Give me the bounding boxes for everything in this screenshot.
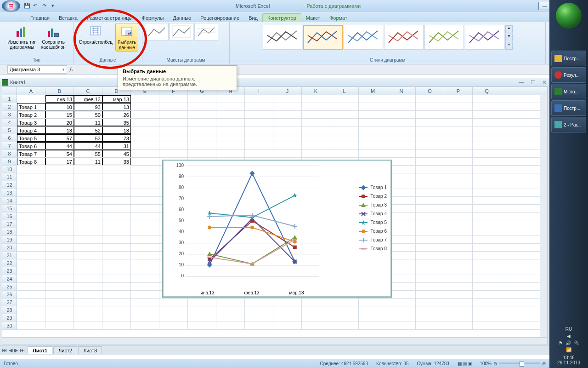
legend-item[interactable]: Товар 7 bbox=[359, 236, 387, 244]
sheet-tab-3[interactable]: Лист3 bbox=[78, 346, 102, 354]
col-M[interactable]: M bbox=[359, 87, 387, 95]
undo-icon[interactable]: ↶ bbox=[33, 3, 40, 9]
legend-item[interactable]: Товар 1 bbox=[359, 183, 387, 192]
row-7[interactable]: 7Товар 6444431 bbox=[2, 142, 540, 150]
tab-review[interactable]: Рецензирование bbox=[196, 14, 244, 22]
view-buttons[interactable]: ▦ ▤ ▣ bbox=[458, 361, 473, 366]
horizontal-scrollbar[interactable] bbox=[2, 337, 547, 345]
legend-item[interactable]: Товар 3 bbox=[359, 201, 387, 209]
row-29[interactable]: 29 bbox=[2, 314, 540, 322]
col-A[interactable]: A bbox=[17, 87, 45, 95]
chart-legend[interactable]: Товар 1Товар 2Товар 3Товар 4Товар 5Товар… bbox=[359, 183, 387, 253]
style-2[interactable] bbox=[303, 25, 343, 50]
layout-preset-3[interactable] bbox=[194, 23, 218, 40]
sheet-tab-1[interactable]: Лист1 bbox=[28, 346, 52, 354]
legend-item[interactable]: Товар 2 bbox=[359, 192, 387, 201]
layout-preset-1[interactable] bbox=[145, 23, 169, 40]
system-tray[interactable]: RU ◀ ⚑🔊🔌 📶 13:46 26.11.2013 bbox=[549, 327, 588, 365]
worksheet[interactable]: A B C D E F G H I J K L M N O P Q 1янв.1… bbox=[2, 86, 548, 345]
taskbar-item-5[interactable]: 2 - Pai... bbox=[551, 117, 586, 132]
style-6[interactable] bbox=[465, 25, 504, 50]
tray-lang[interactable]: RU bbox=[549, 327, 588, 332]
tab-design[interactable]: Конструктор bbox=[262, 13, 301, 22]
row-6[interactable]: 6Товар 5575373 bbox=[2, 134, 540, 142]
row-8[interactable]: 8Товар 7545545 bbox=[2, 150, 540, 158]
tab-format[interactable]: Формат bbox=[325, 14, 352, 22]
styles-scroll[interactable]: ▴▾▾ bbox=[505, 25, 513, 50]
col-P[interactable]: P bbox=[444, 87, 473, 95]
chart-tools-title: Работа с диаграммами bbox=[306, 3, 361, 9]
redo-icon[interactable]: ↷ bbox=[42, 3, 49, 9]
switch-row-col-button[interactable]: Строка/столбец bbox=[77, 23, 114, 52]
vertical-scrollbar[interactable] bbox=[540, 95, 547, 337]
start-button[interactable] bbox=[556, 3, 582, 29]
row-1[interactable]: 1янв.13фев.13мар.13 bbox=[2, 95, 540, 103]
legend-item[interactable]: Товар 4 bbox=[359, 209, 387, 218]
taskbar-item-1[interactable]: Постр... bbox=[551, 51, 586, 66]
name-box[interactable]: Диаграмма 3 bbox=[7, 65, 67, 74]
style-3[interactable] bbox=[344, 25, 383, 50]
save-template-button[interactable]: Сохранить как шаблон bbox=[40, 23, 68, 51]
select-data-button[interactable]: Выбрать данные bbox=[115, 23, 138, 52]
wb-close-icon[interactable]: ✕ bbox=[542, 79, 547, 86]
zoom-control[interactable]: 100%⊖⊕ bbox=[480, 361, 546, 366]
col-I[interactable]: I bbox=[245, 87, 273, 95]
office-button[interactable]: ⊞ bbox=[2, 0, 20, 12]
legend-item[interactable]: Товар 5 bbox=[359, 218, 387, 227]
tab-data[interactable]: Данные bbox=[168, 14, 196, 22]
tab-home[interactable]: Главная bbox=[26, 14, 54, 22]
sheet-tab-nav[interactable]: ⏮◀▶⏭ bbox=[0, 347, 27, 353]
select-data-tooltip: Выбрать данные Изменение диапазона данны… bbox=[118, 65, 237, 90]
qat-dropdown-icon[interactable]: ▾ bbox=[51, 3, 58, 9]
col-L[interactable]: L bbox=[330, 87, 359, 95]
row-3[interactable]: 3Товар 2155026 bbox=[2, 111, 540, 119]
row-2[interactable]: 2Товар 1109313 bbox=[2, 103, 540, 111]
legend-item[interactable]: Товар 6 bbox=[359, 227, 387, 236]
quick-access-toolbar[interactable]: 💾 ↶ ↷ ▾ bbox=[24, 3, 58, 9]
col-K[interactable]: K bbox=[302, 87, 330, 95]
col-J[interactable]: J bbox=[273, 87, 302, 95]
style-1[interactable] bbox=[263, 25, 302, 50]
tab-layout[interactable]: Макет bbox=[301, 14, 325, 22]
fx-icon[interactable]: 𝑓ₓ bbox=[70, 66, 74, 72]
chart-plot-area[interactable]: 0102030405060708090100 bbox=[186, 166, 319, 276]
workbook-titlebar[interactable]: Книга1 —☐✕ bbox=[0, 78, 549, 86]
svg-rect-22 bbox=[293, 246, 297, 249]
col-Q[interactable]: Q bbox=[473, 87, 501, 95]
tray-arrow-icon[interactable]: ◀ bbox=[567, 334, 571, 339]
style-4[interactable] bbox=[384, 25, 424, 50]
tab-page-layout[interactable]: Разметка страницы bbox=[82, 14, 137, 22]
tray-volume-icon[interactable]: 🔊 bbox=[565, 340, 571, 345]
tray-flag-icon[interactable]: ⚑ bbox=[559, 340, 563, 345]
save-icon[interactable]: 💾 bbox=[24, 3, 30, 9]
row-5[interactable]: 5Товар 4135213 bbox=[2, 126, 540, 134]
wb-restore-icon[interactable]: ☐ bbox=[531, 79, 536, 86]
tab-insert[interactable]: Вставка bbox=[54, 14, 82, 22]
row-27[interactable]: 27 bbox=[2, 299, 540, 306]
chart-styles-gallery[interactable]: ▴▾▾ bbox=[262, 23, 514, 52]
col-B[interactable]: B bbox=[45, 87, 74, 95]
row-4[interactable]: 4Товар 3201135 bbox=[2, 119, 540, 126]
tab-view[interactable]: Вид bbox=[244, 14, 262, 22]
sheet-tab-2[interactable]: Лист2 bbox=[53, 346, 77, 354]
layout-preset-2[interactable] bbox=[170, 23, 193, 40]
tray-power-icon[interactable]: 🔌 bbox=[574, 340, 579, 345]
wb-minimize-icon[interactable]: — bbox=[519, 79, 524, 86]
legend-item[interactable]: Товар 8 bbox=[359, 244, 387, 253]
select-all-corner[interactable] bbox=[2, 87, 17, 95]
taskbar-item-4[interactable]: Постр... bbox=[551, 100, 586, 116]
row-28[interactable]: 28 bbox=[2, 306, 540, 314]
select-data-label: Выбрать данные bbox=[118, 40, 136, 50]
col-C[interactable]: C bbox=[74, 87, 102, 95]
col-N[interactable]: N bbox=[387, 87, 416, 95]
style-5[interactable] bbox=[424, 25, 464, 50]
taskbar-item-2[interactable]: Резул... bbox=[551, 67, 586, 83]
tab-formulas[interactable]: Формулы bbox=[137, 14, 169, 22]
col-O[interactable]: O bbox=[416, 87, 444, 95]
change-chart-type-button[interactable]: Изменить тип диаграммы bbox=[6, 23, 38, 51]
tray-network-icon[interactable]: 📶 bbox=[566, 347, 571, 352]
taskbar-item-3[interactable]: Micro... bbox=[551, 84, 586, 99]
row-30[interactable]: 30 bbox=[2, 322, 540, 330]
column-headers[interactable]: A B C D E F G H I J K L M N O P Q bbox=[2, 87, 547, 95]
embedded-chart[interactable]: 0102030405060708090100 Товар 1Товар 2Тов… bbox=[162, 160, 392, 298]
